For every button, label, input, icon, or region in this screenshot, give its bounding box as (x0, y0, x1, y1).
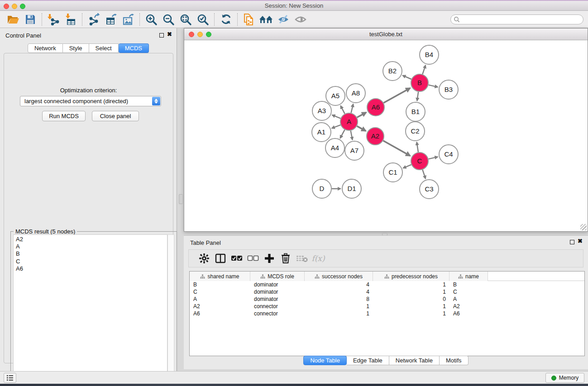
home-button[interactable] (258, 12, 275, 27)
vertical-split-handle[interactable] (179, 194, 183, 204)
network-graph-canvas[interactable]: B4 B2 B B3 A5 A8 A6 A3 B1 A A1 C2 A2 (184, 40, 588, 231)
graph-node-A5[interactable]: A5 (326, 86, 345, 105)
hide-eye-button[interactable] (275, 12, 292, 27)
edge-A-A1[interactable] (332, 125, 340, 128)
graph-node-A2[interactable]: A2 (367, 128, 384, 145)
float-panel-icon[interactable] (159, 33, 164, 38)
graph-node-C3[interactable]: C3 (420, 180, 439, 199)
window-resize-grip[interactable] (580, 224, 587, 230)
mcds-result-item[interactable]: A (16, 243, 167, 250)
table-cell[interactable]: 1 (373, 281, 449, 288)
run-mcds-button[interactable]: Run MCDS (42, 111, 86, 121)
export-network-button[interactable] (85, 12, 102, 27)
edge-A-A4[interactable] (340, 130, 345, 138)
table-cell[interactable]: 1 (373, 288, 449, 295)
mcds-result-item[interactable]: C (16, 258, 167, 265)
search-input[interactable] (450, 14, 583, 24)
graph-node-A4[interactable]: A4 (325, 138, 344, 157)
table-row[interactable]: A2connector11A2 (190, 303, 584, 310)
graph-node-A8[interactable]: A8 (346, 84, 365, 103)
graph-node-B[interactable]: B (411, 74, 428, 91)
zoom-out-button[interactable] (160, 12, 177, 27)
graph-node-B2[interactable]: B2 (383, 62, 402, 81)
table-cell[interactable]: A (449, 295, 488, 303)
tab-network-table[interactable]: Network Table (389, 356, 440, 365)
clone-network-button[interactable] (240, 12, 258, 27)
table-cell[interactable]: 1 (373, 310, 449, 317)
graph-node-C[interactable]: C (411, 152, 428, 170)
edge-C-C3[interactable] (422, 170, 425, 179)
graph-node-D1[interactable]: D1 (342, 179, 361, 198)
close-panel-icon[interactable]: ✖ (167, 31, 172, 38)
edge-A-A6[interactable] (357, 113, 366, 118)
table-cell[interactable]: dominator (250, 288, 305, 295)
delete-column-button[interactable] (277, 251, 294, 266)
graph-node-B3[interactable]: B3 (439, 80, 458, 99)
table-cell[interactable]: 8 (305, 295, 373, 303)
zoom-selected-button[interactable] (194, 12, 211, 27)
edge-A6-B[interactable] (384, 88, 411, 103)
table-row[interactable]: Cdominator41C (190, 288, 584, 295)
mcds-result-item[interactable]: A2 (16, 236, 167, 243)
table-row[interactable]: A6connector11A6 (190, 310, 584, 317)
column-header-predecessor-nodes[interactable]: predecessor nodes (373, 272, 449, 281)
tab-motifs[interactable]: Motifs (440, 356, 468, 365)
table-close-panel-icon[interactable]: ✖ (578, 238, 583, 244)
show-panels-button[interactable] (4, 373, 16, 383)
close-panel-button[interactable]: Close panel (92, 111, 139, 121)
deselect-all-button[interactable] (245, 251, 261, 266)
column-header-successor-nodes[interactable]: successor nodes (305, 272, 373, 281)
table-cell[interactable]: 4 (305, 288, 373, 295)
graph-node-C2[interactable]: C2 (406, 122, 425, 141)
edge-A-A5[interactable] (340, 106, 344, 114)
column-header-shared-name[interactable]: shared name (190, 272, 250, 281)
tab-network[interactable]: Network (28, 43, 63, 53)
graph-node-C1[interactable]: C1 (383, 163, 402, 182)
table-cell[interactable]: 0 (373, 295, 449, 303)
tab-edge-table[interactable]: Edge Table (347, 356, 389, 365)
export-image-button[interactable] (120, 12, 137, 27)
graph-node-A7[interactable]: A7 (345, 141, 364, 160)
export-table-button[interactable] (102, 12, 120, 27)
graph-node-B4[interactable]: B4 (420, 45, 439, 64)
edge-A-A7[interactable] (351, 131, 353, 140)
table-cell[interactable]: A2 (190, 303, 250, 310)
edge-B-B1[interactable] (417, 92, 418, 101)
column-header-MCDS-role[interactable]: MCDS role (250, 272, 305, 281)
graph-node-B1[interactable]: B1 (406, 102, 425, 121)
edge-A-A2[interactable] (357, 126, 366, 131)
refresh-layout-button[interactable] (217, 12, 234, 27)
table-cell[interactable]: A6 (449, 310, 488, 317)
table-row[interactable]: Adominator80A (190, 295, 584, 303)
graph-node-D[interactable]: D (312, 179, 331, 198)
table-cell[interactable]: A2 (449, 303, 488, 310)
table-cell[interactable]: dominator (250, 295, 305, 303)
open-session-button[interactable] (5, 12, 22, 27)
table-settings-button[interactable] (196, 251, 212, 266)
table-cell[interactable]: B (190, 281, 250, 288)
edge-C-C4[interactable] (429, 157, 438, 159)
split-columns-button[interactable] (212, 251, 229, 266)
mcds-result-item[interactable]: B (16, 250, 167, 257)
edge-A2-C[interactable] (383, 141, 410, 156)
tab-mcds[interactable]: MCDS (119, 43, 149, 53)
table-cell[interactable]: dominator (250, 281, 305, 288)
memory-button[interactable]: Memory (545, 373, 584, 383)
criterion-select[interactable]: largest connected component (directed) (20, 96, 161, 106)
table-cell[interactable]: 4 (305, 281, 373, 288)
table-cell[interactable]: A (190, 295, 250, 303)
edge-B-B2[interactable] (403, 76, 411, 79)
table-cell[interactable]: C (449, 288, 488, 295)
tab-node-table[interactable]: Node Table (303, 356, 347, 365)
import-table-button[interactable] (62, 12, 79, 27)
import-network-button[interactable] (45, 12, 62, 27)
table-cell[interactable]: connector (250, 310, 305, 317)
column-header-name[interactable]: name (449, 272, 488, 281)
table-cell[interactable]: connector (250, 303, 305, 310)
graph-node-A[interactable]: A (340, 113, 358, 130)
edge-B-B4[interactable] (422, 65, 425, 74)
edge-C-C1[interactable] (403, 165, 411, 168)
graph-node-C4[interactable]: C4 (439, 145, 458, 164)
mcds-result-list[interactable]: A2ABCA6 (13, 234, 167, 383)
table-cell[interactable]: A6 (190, 310, 250, 317)
